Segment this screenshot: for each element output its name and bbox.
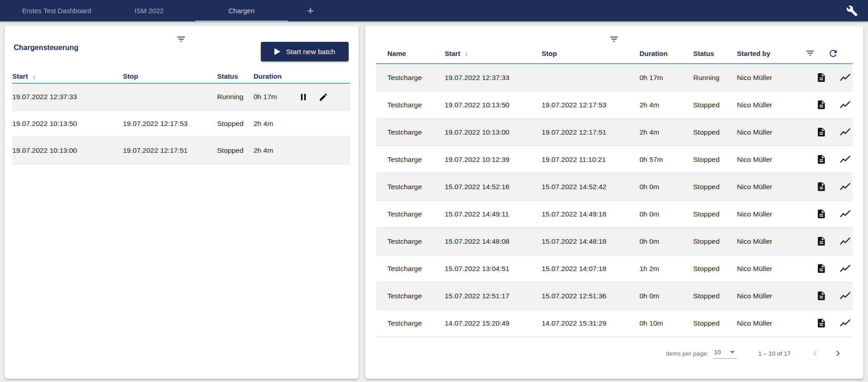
report-document-button[interactable] bbox=[816, 236, 827, 246]
trend-chart-button[interactable] bbox=[840, 264, 851, 273]
cell-duration: 0h 0m bbox=[640, 210, 693, 218]
tab-chargen[interactable]: Chargen bbox=[195, 0, 288, 21]
trend-line-icon bbox=[840, 73, 851, 82]
report-document-button[interactable] bbox=[816, 209, 827, 219]
trend-chart-button[interactable] bbox=[840, 101, 851, 109]
table-body: Testcharge 19.07.2022 12:37:33 0h 17m Ru… bbox=[376, 64, 853, 337]
cell-start: 19.07.2022 12:37:33 bbox=[12, 93, 123, 101]
add-tab-button[interactable]: + bbox=[288, 0, 333, 21]
batch-history-row[interactable]: Testcharge 19.07.2022 12:37:33 0h 17m Ru… bbox=[376, 64, 853, 91]
panel-title: Chargensteuerung bbox=[14, 44, 78, 52]
report-document-button[interactable] bbox=[816, 291, 827, 301]
report-document-button[interactable] bbox=[816, 127, 827, 137]
column-header-start[interactable]: Start↓ bbox=[12, 72, 123, 80]
cell-name: Testcharge bbox=[376, 237, 445, 246]
cell-name: Testcharge bbox=[376, 183, 445, 191]
trend-chart-button[interactable] bbox=[840, 155, 851, 164]
plus-icon: + bbox=[307, 4, 314, 18]
start-new-batch-button[interactable]: Start new batch bbox=[261, 42, 349, 61]
column-header-name[interactable]: Name bbox=[376, 50, 445, 57]
cell-stop: 19.07.2022 12:17:53 bbox=[123, 120, 217, 128]
trend-chart-button[interactable] bbox=[840, 319, 851, 327]
batch-control-row[interactable]: 19.07.2022 10:13:00 19.07.2022 12:17:51 … bbox=[12, 137, 350, 164]
report-document-button[interactable] bbox=[816, 100, 827, 110]
column-header-start[interactable]: Start↓ bbox=[445, 50, 542, 57]
cell-name: Testcharge bbox=[376, 128, 445, 136]
trend-chart-button[interactable] bbox=[840, 182, 851, 191]
batch-history-row[interactable]: Testcharge 19.07.2022 10:13:50 19.07.202… bbox=[376, 91, 853, 119]
report-document-button[interactable] bbox=[816, 72, 827, 83]
cell-duration: 0h 10m bbox=[640, 319, 693, 327]
cell-status: Stopped bbox=[693, 183, 737, 191]
items-per-page-label: Items per page: bbox=[666, 350, 709, 357]
trend-chart-button[interactable] bbox=[840, 128, 851, 136]
column-header-stop[interactable]: Stop bbox=[542, 50, 640, 57]
column-header-duration[interactable]: Duration bbox=[640, 50, 693, 57]
pause-icon bbox=[299, 92, 308, 102]
cell-status: Stopped bbox=[693, 210, 737, 218]
column-header-status[interactable]: Status bbox=[693, 50, 737, 57]
settings-wrench-icon[interactable] bbox=[846, 5, 858, 17]
cell-start: 19.07.2022 10:12:39 bbox=[445, 156, 542, 164]
pagination-range-label: 1 – 10 of 17 bbox=[758, 350, 791, 357]
filter-icon[interactable] bbox=[805, 48, 815, 58]
items-per-page-select[interactable]: 10 bbox=[713, 348, 736, 359]
cell-started-by: Nico Müller bbox=[737, 237, 802, 246]
trend-chart-button[interactable] bbox=[840, 73, 851, 82]
report-document-button[interactable] bbox=[816, 181, 827, 192]
batch-control-row[interactable]: 19.07.2022 10:13:50 19.07.2022 12:17:53 … bbox=[12, 111, 350, 137]
pause-button[interactable] bbox=[299, 92, 308, 102]
cell-start: 15.07.2022 12:51:17 bbox=[445, 292, 542, 300]
cell-start: 15.07.2022 14:52:16 bbox=[445, 183, 542, 191]
cell-started-by: Nico Müller bbox=[737, 292, 802, 300]
cell-start: 15.07.2022 14:49:11 bbox=[445, 210, 542, 218]
tab-ism-2022[interactable]: ISM 2022 bbox=[103, 0, 195, 21]
column-header-started-by[interactable]: Started by bbox=[737, 50, 802, 57]
trend-line-icon bbox=[840, 101, 851, 109]
filter-icon[interactable] bbox=[176, 34, 186, 46]
batch-history-row[interactable]: Testcharge 15.07.2022 13:04:51 15.07.202… bbox=[376, 255, 853, 282]
trend-line-icon bbox=[840, 128, 851, 136]
report-document-button[interactable] bbox=[816, 318, 827, 328]
table-header-row: Name Start↓ Stop Duration Status Started… bbox=[376, 43, 853, 64]
tab-erstes-test-dashboard[interactable]: Erstes Test Dashboard bbox=[10, 0, 103, 21]
batch-history-row[interactable]: Testcharge 14.07.2022 15:20:49 14.07.202… bbox=[376, 310, 853, 337]
document-icon bbox=[816, 100, 827, 110]
cell-stop: 15.07.2022 14:07:18 bbox=[542, 265, 640, 273]
cell-duration: 2h 4m bbox=[254, 146, 296, 155]
pagination-bar: Items per page: 10 1 – 10 of 17 bbox=[376, 343, 853, 363]
cell-started-by: Nico Müller bbox=[737, 74, 802, 82]
column-header-stop[interactable]: Stop bbox=[123, 72, 217, 80]
tab-label: Erstes Test Dashboard bbox=[22, 7, 91, 15]
batch-history-row[interactable]: Testcharge 15.07.2022 14:52:16 15.07.202… bbox=[376, 173, 853, 201]
refresh-icon[interactable] bbox=[828, 48, 838, 59]
column-header-duration[interactable]: Duration bbox=[254, 72, 296, 80]
trend-chart-button[interactable] bbox=[840, 237, 851, 246]
cell-status: Stopped bbox=[217, 146, 254, 155]
column-header-status[interactable]: Status bbox=[217, 72, 254, 80]
trend-chart-button[interactable] bbox=[840, 292, 851, 300]
chevron-down-icon bbox=[730, 351, 735, 353]
sort-descending-icon: ↓ bbox=[465, 50, 468, 57]
top-navigation-bar: Erstes Test Dashboard ISM 2022 Chargen + bbox=[0, 0, 868, 21]
cell-started-by: Nico Müller bbox=[737, 265, 802, 273]
next-page-button[interactable] bbox=[832, 348, 843, 359]
report-document-button[interactable] bbox=[816, 154, 827, 165]
batch-history-row[interactable]: Testcharge 19.07.2022 10:13:00 19.07.202… bbox=[376, 119, 853, 146]
batch-history-row[interactable]: Testcharge 15.07.2022 14:48:08 15.07.202… bbox=[376, 228, 853, 255]
report-document-button[interactable] bbox=[816, 263, 827, 274]
cell-start: 15.07.2022 14:48:08 bbox=[445, 237, 542, 246]
header-actions bbox=[802, 48, 853, 59]
batch-history-row[interactable]: Testcharge 15.07.2022 14:49:11 15.07.202… bbox=[376, 201, 853, 228]
edit-button[interactable] bbox=[319, 92, 328, 102]
cell-started-by: Nico Müller bbox=[737, 183, 802, 191]
document-icon bbox=[816, 72, 827, 83]
batch-history-row[interactable]: Testcharge 19.07.2022 10:12:39 19.07.202… bbox=[376, 146, 853, 173]
batch-history-row[interactable]: Testcharge 15.07.2022 12:51:17 15.07.202… bbox=[376, 282, 853, 310]
batch-control-table: Start↓ Stop Status Duration 19.07.2022 1… bbox=[12, 70, 350, 164]
cell-status: Stopped bbox=[693, 128, 737, 136]
previous-page-button[interactable] bbox=[810, 348, 821, 359]
trend-chart-button[interactable] bbox=[840, 210, 851, 218]
batch-control-row[interactable]: 19.07.2022 12:37:33 Running 0h 17m bbox=[12, 84, 350, 111]
document-icon bbox=[816, 291, 827, 301]
